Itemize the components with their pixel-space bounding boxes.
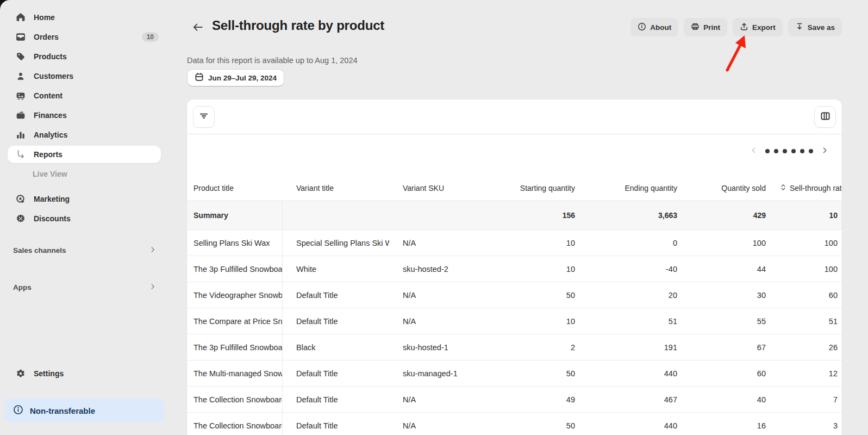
orders-icon	[15, 32, 26, 42]
table-row[interactable]: The Multi-managed SnowboardDefault Title…	[187, 361, 842, 387]
sidebar: Home Orders 10 Products Customers Cont	[0, 0, 168, 435]
table-cell: sku-hosted-2	[389, 256, 491, 282]
table-cell: 60	[771, 282, 842, 308]
table-cell: 60	[683, 361, 771, 386]
table-cell: The 3p Fulfilled Snowboard	[187, 256, 283, 282]
tree-elbow-icon	[15, 149, 26, 160]
sidebar-item-label: Products	[34, 52, 67, 61]
table-cell: 429	[683, 201, 771, 229]
edit-columns-button[interactable]	[814, 106, 836, 128]
table-cell	[389, 201, 491, 229]
table-row[interactable]: The Compare at Price SnowboardDefault Ti…	[187, 308, 842, 334]
table-cell: 3,663	[580, 201, 683, 229]
page-dot[interactable]	[774, 149, 778, 153]
table-cell: 51	[580, 308, 683, 334]
table-cell: White	[283, 256, 389, 282]
sidebar-item-analytics[interactable]: Analytics	[0, 125, 168, 145]
table-cell: 30	[683, 282, 771, 308]
save-down-icon	[795, 22, 804, 33]
table-row[interactable]: The 3p Fulfilled SnowboardWhitesku-hoste…	[187, 256, 842, 282]
table-cell: The Multi-managed Snowboard	[187, 361, 283, 386]
sidebar-item-finances[interactable]: Finances	[0, 105, 168, 125]
sidebar-section-sales-channels[interactable]: Sales channels	[0, 243, 168, 258]
about-button[interactable]: About	[630, 18, 678, 36]
person-icon	[15, 71, 26, 82]
table-cell: Default Title	[283, 361, 389, 386]
table-cell: The Compare at Price Snowboard	[187, 308, 283, 334]
filter-button[interactable]	[193, 106, 215, 128]
table-cell: 10	[491, 230, 580, 256]
section-label: Sales channels	[13, 246, 66, 254]
table-cell: 51	[771, 308, 842, 334]
header-actions: About Print Export Save as	[630, 18, 842, 36]
target-icon	[15, 194, 26, 204]
column-header[interactable]: Starting quantity	[491, 184, 580, 192]
table-row[interactable]: The Collection Snowboard: OxygenDefault …	[187, 413, 842, 435]
page-title: Sell-through rate by product	[212, 18, 384, 33]
report-table-card: Product titleVariant titleVariant SKUSta…	[187, 100, 842, 435]
sidebar-item-home[interactable]: Home	[0, 8, 168, 27]
column-header[interactable]: Quantity sold	[683, 184, 771, 192]
table-cell: sku-managed-1	[389, 361, 491, 386]
export-label: Export	[752, 23, 776, 32]
section-label: Apps	[13, 283, 32, 291]
column-header[interactable]: Variant title	[283, 184, 389, 192]
table-cell: N/A	[389, 387, 491, 412]
table-cell: sku-hosted-1	[389, 334, 491, 360]
sidebar-item-live-view[interactable]: Live View	[0, 164, 168, 184]
table-cell: N/A	[389, 413, 491, 435]
table-cell: 100	[771, 256, 842, 282]
table-cell: Black	[283, 334, 389, 360]
sidebar-item-content[interactable]: Content	[0, 86, 168, 105]
save-as-button[interactable]: Save as	[788, 18, 842, 36]
sidebar-item-settings[interactable]: Settings	[0, 364, 168, 383]
print-button[interactable]: Print	[684, 18, 727, 36]
column-header[interactable]: Variant SKU	[389, 184, 491, 192]
page-dot[interactable]	[800, 149, 804, 153]
page-dot[interactable]	[765, 149, 770, 153]
table-cell: 55	[683, 308, 771, 334]
table-cell: 20	[580, 282, 683, 308]
date-range-button[interactable]: Jun 29–Jul 29, 2024	[187, 69, 284, 86]
table-cell: 10	[491, 308, 580, 334]
sidebar-item-label: Content	[34, 91, 63, 100]
sidebar-item-label: Finances	[34, 111, 67, 120]
sidebar-item-orders[interactable]: Orders 10	[0, 27, 168, 47]
sidebar-item-label: Discounts	[34, 214, 71, 223]
table-cell: -40	[580, 256, 683, 282]
save-as-label: Save as	[808, 23, 835, 32]
table-cell: 26	[771, 334, 842, 360]
export-button[interactable]: Export	[733, 18, 783, 36]
column-header[interactable]: Product title	[187, 184, 283, 192]
table-cell: N/A	[389, 282, 491, 308]
column-header[interactable]: Sell-through rate	[771, 184, 842, 192]
sidebar-item-reports[interactable]: Reports	[0, 145, 168, 164]
table-row[interactable]: The Collection Snowboard: LiquidDefault …	[187, 387, 842, 413]
admin-window: Home Orders 10 Products Customers Cont	[0, 0, 868, 435]
non-transferable-banner[interactable]: Non-transferable	[4, 399, 164, 422]
page-next-icon[interactable]	[821, 146, 829, 156]
table-header-row: Product titleVariant titleVariant SKUSta…	[187, 168, 842, 201]
sidebar-item-discounts[interactable]: Discounts	[0, 209, 168, 228]
table-row[interactable]: Selling Plans Ski WaxSpecial Selling Pla…	[187, 230, 842, 256]
page-dot[interactable]	[809, 149, 813, 153]
about-label: About	[650, 23, 671, 32]
column-header[interactable]: Ending quantity	[580, 184, 683, 192]
page-prev-icon[interactable]	[750, 146, 758, 156]
table-cell: Selling Plans Ski Wax	[187, 230, 283, 256]
back-button[interactable]	[190, 20, 205, 35]
orders-count-badge: 10	[142, 32, 159, 42]
table-row[interactable]: The Videographer SnowboardDefault TitleN…	[187, 282, 842, 308]
table-row[interactable]: The 3p Fulfilled SnowboardBlacksku-hoste…	[187, 334, 842, 361]
sidebar-item-products[interactable]: Products	[0, 47, 168, 66]
sidebar-section-apps[interactable]: Apps	[0, 279, 168, 295]
page-dot[interactable]	[783, 149, 787, 153]
sidebar-item-customers[interactable]: Customers	[0, 66, 168, 86]
table-cell: 191	[580, 334, 683, 360]
table-cell: Default Title	[283, 413, 389, 435]
table-cell: 440	[580, 413, 683, 435]
table-cell: 40	[683, 387, 771, 412]
column-header-label: Sell-through rate	[790, 184, 842, 192]
sidebar-item-marketing[interactable]: Marketing	[0, 189, 168, 209]
page-dot[interactable]	[791, 149, 796, 153]
